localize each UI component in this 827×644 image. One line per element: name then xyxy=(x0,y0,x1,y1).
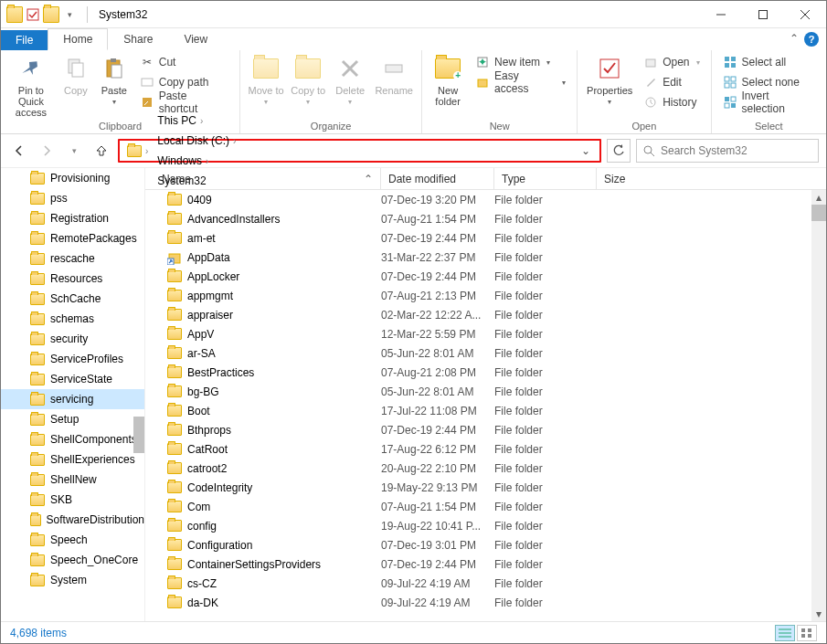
nav-item[interactable]: pss xyxy=(1,188,144,208)
address-dropdown-icon[interactable]: ⌄ xyxy=(576,144,596,157)
tab-home[interactable]: Home xyxy=(48,28,108,50)
minimize-button[interactable] xyxy=(700,1,742,28)
breadcrumb-segment[interactable]: This PC› xyxy=(154,111,239,131)
delete-button[interactable]: Delete▾ xyxy=(330,52,370,108)
edit-button[interactable]: Edit xyxy=(638,72,705,92)
file-list[interactable]: 040907-Dec-19 3:20 PMFile folderAdvanced… xyxy=(145,190,826,621)
nav-tree[interactable]: ProvisioningpssRegistrationRemotePackage… xyxy=(1,168,145,621)
pin-quick-access-button[interactable]: Pin to Quick access xyxy=(6,52,56,120)
nav-item[interactable]: rescache xyxy=(1,248,144,269)
file-row[interactable]: AppData31-Mar-22 2:37 PMFile folder xyxy=(154,248,826,267)
tab-share[interactable]: Share xyxy=(108,28,168,50)
ribbon-toggle-icon[interactable]: ⌃ xyxy=(790,32,799,45)
properties-button[interactable]: Properties▾ xyxy=(583,52,636,108)
nav-item[interactable]: security xyxy=(1,329,144,349)
column-type[interactable]: Type xyxy=(494,168,597,189)
svg-point-33 xyxy=(644,146,652,153)
history-button[interactable]: History xyxy=(638,92,705,112)
nav-item[interactable]: ServiceState xyxy=(1,369,144,389)
move-to-button[interactable]: Move to▾ xyxy=(246,52,286,108)
file-row[interactable]: BestPractices07-Aug-21 2:08 PMFile folde… xyxy=(154,363,826,382)
file-row[interactable]: AdvancedInstallers07-Aug-21 1:54 PMFile … xyxy=(154,209,826,228)
qat-dropdown-icon[interactable]: ▾ xyxy=(61,6,78,23)
file-row[interactable]: bg-BG05-Jun-22 8:01 AMFile folder xyxy=(154,382,826,401)
nav-item[interactable]: Resources xyxy=(1,269,144,289)
nav-item[interactable]: ShellExperiences xyxy=(1,449,144,470)
column-size[interactable]: Size xyxy=(597,168,670,189)
copy-to-button[interactable]: Copy to▾ xyxy=(288,52,328,108)
nav-item[interactable]: SchCache xyxy=(1,289,144,309)
rename-button[interactable]: Rename xyxy=(372,52,416,98)
details-view-button[interactable] xyxy=(775,625,795,641)
file-row[interactable]: Configuration07-Dec-19 3:01 PMFile folde… xyxy=(154,535,826,554)
easy-access-button[interactable]: Easy access▾ xyxy=(470,72,571,92)
copy-button[interactable]: Copy xyxy=(58,52,94,98)
folder-icon xyxy=(167,596,182,608)
content-scrollbar-track[interactable] xyxy=(811,190,826,621)
icons-view-button[interactable] xyxy=(797,625,817,641)
open-button[interactable]: Open▾ xyxy=(638,52,705,72)
file-row[interactable]: CodeIntegrity19-May-22 9:13 PMFile folde… xyxy=(154,478,826,497)
nav-item[interactable]: ShellComponents xyxy=(1,429,144,449)
file-row[interactable]: cs-CZ09-Jul-22 4:19 AMFile folder xyxy=(154,574,826,593)
file-row[interactable]: appmgmt07-Aug-21 2:13 PMFile folder xyxy=(154,286,826,305)
new-folder-button[interactable]: New folder xyxy=(428,52,468,109)
scroll-down-arrow[interactable]: ▾ xyxy=(811,607,826,621)
file-row[interactable]: appraiser02-Mar-22 12:22 A...File folder xyxy=(154,305,826,324)
up-button[interactable] xyxy=(90,140,112,162)
refresh-button[interactable] xyxy=(607,139,631,163)
nav-item[interactable]: Speech_OneCore xyxy=(1,550,144,570)
nav-item[interactable]: schemas xyxy=(1,309,144,329)
breadcrumb-box[interactable]: › This PC›Local Disk (C:)›Windows›System… xyxy=(118,139,601,163)
properties-qat-icon[interactable] xyxy=(25,6,41,23)
file-row[interactable]: Com07-Aug-21 1:54 PMFile folder xyxy=(154,497,826,516)
file-row[interactable]: catroot220-Aug-22 2:10 PMFile folder xyxy=(154,459,826,478)
file-row[interactable]: CatRoot17-Aug-22 6:12 PMFile folder xyxy=(154,439,826,459)
nav-item[interactable]: servicing xyxy=(1,389,144,409)
tab-view[interactable]: View xyxy=(168,28,223,50)
nav-item[interactable]: Registration xyxy=(1,208,144,228)
file-row[interactable]: config19-Aug-22 10:41 P...File folder xyxy=(154,516,826,535)
nav-item[interactable]: System xyxy=(1,570,144,590)
search-input[interactable]: Search System32 xyxy=(636,139,819,163)
file-row[interactable]: da-DK09-Jul-22 4:19 AMFile folder xyxy=(154,593,826,612)
quick-access-toolbar: ▾ xyxy=(1,6,83,23)
help-button[interactable]: ? xyxy=(804,32,819,47)
invert-selection-button[interactable]: Invert selection xyxy=(717,92,821,112)
newfolder-qat-icon[interactable] xyxy=(43,6,59,23)
column-date[interactable]: Date modified xyxy=(381,168,494,189)
file-row[interactable]: am-et07-Dec-19 2:44 PMFile folder xyxy=(154,228,826,248)
forward-button[interactable] xyxy=(36,140,58,162)
recent-dropdown[interactable]: ▾ xyxy=(63,140,85,162)
breadcrumb-segment[interactable]: Local Disk (C:)› xyxy=(154,131,239,151)
file-row[interactable]: AppV12-Mar-22 5:59 PMFile folder xyxy=(154,324,826,343)
file-row[interactable]: ar-SA05-Jun-22 8:01 AMFile folder xyxy=(154,343,826,363)
file-row[interactable]: ContainerSettingsProviders07-Dec-19 2:44… xyxy=(154,554,826,574)
nav-item[interactable]: SKB xyxy=(1,490,144,510)
nav-item[interactable]: Setup xyxy=(1,409,144,429)
file-row[interactable]: 040907-Dec-19 3:20 PMFile folder xyxy=(154,190,826,209)
nav-scrollbar-thumb[interactable] xyxy=(133,417,144,453)
nav-item[interactable]: ShellNew xyxy=(1,470,144,490)
scroll-up-arrow[interactable]: ▴ xyxy=(811,190,826,205)
nav-item[interactable]: ServiceProfiles xyxy=(1,349,144,369)
back-button[interactable] xyxy=(8,140,30,162)
column-name[interactable]: Name⌃ xyxy=(154,168,381,189)
breadcrumb-root[interactable]: › xyxy=(123,141,152,161)
file-row[interactable]: AppLocker07-Dec-19 2:44 PMFile folder xyxy=(154,267,826,286)
tab-file[interactable]: File xyxy=(1,30,48,50)
nav-item[interactable]: RemotePackages xyxy=(1,228,144,248)
nav-item[interactable]: SoftwareDistribution xyxy=(1,510,144,530)
paste-button[interactable]: Paste ▾ xyxy=(96,52,133,108)
column-headers[interactable]: Name⌃ Date modified Type Size xyxy=(145,168,826,190)
nav-item[interactable]: Provisioning xyxy=(1,168,144,188)
select-all-button[interactable]: Select all xyxy=(717,52,821,72)
maximize-button[interactable] xyxy=(742,1,784,28)
file-row[interactable]: Bthprops07-Dec-19 2:44 PMFile folder xyxy=(154,420,826,439)
paste-shortcut-button[interactable]: Paste shortcut xyxy=(134,92,234,112)
close-button[interactable] xyxy=(784,1,826,28)
nav-item[interactable]: Speech xyxy=(1,530,144,550)
content-scrollbar-thumb[interactable] xyxy=(811,205,826,221)
file-row[interactable]: Boot17-Jul-22 11:08 PMFile folder xyxy=(154,401,826,420)
cut-button[interactable]: ✂Cut xyxy=(134,52,234,72)
